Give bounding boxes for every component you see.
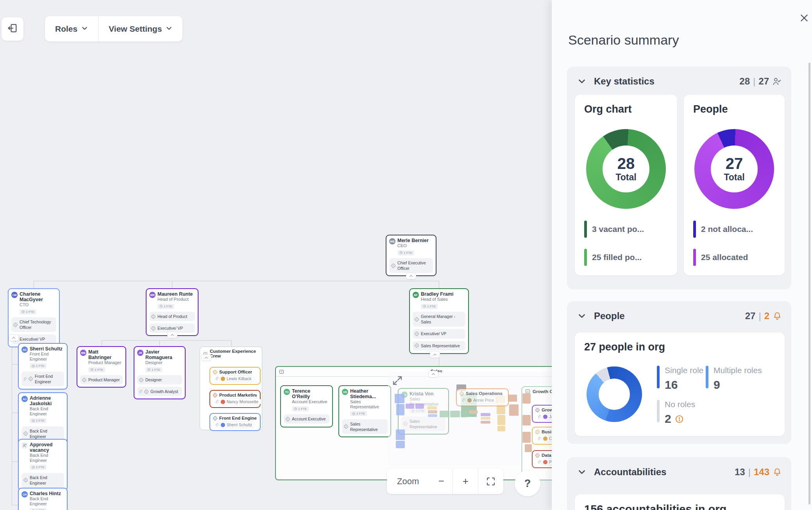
- role-diamond-icon: [144, 389, 149, 394]
- accountabilities-section-header[interactable]: Accountabilities 13 | 143: [567, 457, 791, 485]
- person-role-subtitle: Back End Engineer: [30, 406, 64, 416]
- org-design-app: Customer Experience Crew Sales Growth Cr…: [0, 0, 812, 510]
- role-chip-label: Sales Representative: [421, 343, 460, 348]
- role-chip-label: Sales Representative: [350, 421, 385, 432]
- collapse-chevron-button[interactable]: [201, 354, 211, 361]
- person-name: Charles Hintz: [30, 491, 64, 496]
- close-panel-button[interactable]: [798, 12, 810, 24]
- role-chip[interactable]: Sales Representative: [342, 419, 388, 434]
- roles-menu-button[interactable]: Roles: [45, 16, 98, 41]
- role-chip[interactable]: Sales Representative: [413, 341, 465, 350]
- section-label: Key statistics: [594, 76, 655, 87]
- person-card-adrienne[interactable]: AJ Adrienne Jaskolski Back End Engineer …: [18, 392, 68, 444]
- legend-row: 25 allocated: [693, 249, 785, 266]
- paperclip-icon: [537, 415, 541, 418]
- collapse-chevron-button[interactable]: [430, 351, 440, 358]
- help-button[interactable]: ?: [515, 470, 540, 496]
- view-settings-menu-button[interactable]: View Settings: [98, 16, 182, 41]
- person-name: Sherri Schultz: [30, 346, 64, 352]
- preview-block: [497, 426, 505, 431]
- role-chip[interactable]: Executive/ VP: [413, 329, 465, 338]
- role-diamond-icon: [535, 408, 540, 413]
- assigned-person-pill[interactable]: Lewis Kilback: [220, 375, 254, 382]
- person-role-subtitle: Head of Product: [157, 297, 193, 302]
- collapse-chevron-button[interactable]: [9, 334, 19, 341]
- role-chip-label: Head of Product: [157, 314, 187, 319]
- person-name: Matt Bahringer: [88, 349, 123, 360]
- person-card-charles[interactable]: CH Charles Hintz Back End Engineer 1 FTE…: [18, 488, 68, 510]
- role-diamond-icon: [151, 314, 156, 319]
- fte-badge: 1 FTE: [145, 367, 162, 372]
- zoom-controls: Zoom − +: [387, 469, 503, 494]
- collapse-chevron-button[interactable]: [428, 371, 438, 377]
- section-counts: 13 | 143: [735, 467, 782, 478]
- role-card-cec-fee[interactable]: Front End Engineer Sherri Schultz: [209, 413, 261, 431]
- role-card-title: Support Officer: [219, 370, 252, 374]
- panel-title: Scenario summary: [568, 32, 679, 48]
- role-diamond-icon: [535, 429, 540, 435]
- zoom-in-button[interactable]: +: [453, 469, 478, 494]
- chevron-down-icon: [81, 24, 88, 34]
- person-name: Bradley Frami: [421, 291, 453, 297]
- paperclip-icon: [215, 423, 218, 427]
- role-card-marketing[interactable]: Product Marketing Nancy Morissette: [209, 390, 261, 408]
- person-card-javier[interactable]: JR Javier Romaguera Designer 1 FTE Desig…: [134, 346, 186, 399]
- fit-to-screen-button[interactable]: [478, 469, 503, 494]
- assigned-person-pill[interactable]: Nancy Morissette: [220, 399, 261, 405]
- section-label: People: [594, 311, 625, 321]
- chevron-down-icon: [578, 77, 586, 86]
- role-chip[interactable]: Back End Engineer: [21, 473, 64, 488]
- people-section-header[interactable]: People 27 | 2: [567, 301, 791, 329]
- role-chip-label: Back End Engineer: [30, 475, 62, 486]
- role-chip-label: Executive/ VP: [20, 336, 45, 342]
- roles-menu-label: Roles: [55, 24, 77, 34]
- expand-preview-icon[interactable]: [392, 375, 403, 388]
- zoom-out-button[interactable]: −: [430, 475, 453, 487]
- connector-line: [12, 364, 18, 365]
- role-diamond-icon: [139, 377, 144, 382]
- role-chip[interactable]: Front End Engineer: [21, 372, 64, 386]
- person-card-maureen[interactable]: MR Maureen Runte Head of Product 1 FTE H…: [146, 288, 199, 336]
- assigned-person-pill[interactable]: Annie Price: [466, 397, 497, 403]
- assigned-person-name: Nancy Morissette: [227, 399, 258, 404]
- fte-badge: 1 FTE: [421, 304, 438, 309]
- collapse-chevron-button[interactable]: [406, 273, 416, 279]
- collapse-sidebar-button[interactable]: [2, 17, 23, 41]
- panel-scrollbar[interactable]: [808, 63, 810, 505]
- single-role-stat: Single role 16: [657, 366, 703, 391]
- role-chip[interactable]: Chief Technology Officer: [11, 317, 56, 332]
- role-chip[interactable]: Head of Product: [149, 312, 195, 321]
- person-card-merle[interactable]: MB Merle Bernier CEO 1 FTE Chief Executi…: [386, 235, 436, 276]
- person-card-heather[interactable]: HS Heather Stiedema... Sales Representat…: [338, 385, 391, 437]
- paperclip-icon: [537, 460, 541, 464]
- connector-line: [231, 340, 232, 347]
- preview-block: [522, 432, 531, 443]
- role-chip-label: Executive/ VP: [421, 331, 446, 336]
- person-card-sherri[interactable]: SS Sherri Schultz Front End Engineer 1 F…: [18, 343, 68, 390]
- zoom-label: Zoom: [387, 476, 430, 487]
- fte-badge: 1 FTE: [30, 363, 47, 368]
- person-card-bradley[interactable]: BF Bradley Frami Head of Sales 1 FTE Gen…: [409, 288, 469, 354]
- key-statistics-header[interactable]: Key statistics 28 | 27: [567, 66, 791, 95]
- role-chip[interactable]: Account Executive: [284, 414, 329, 424]
- person-card-terence[interactable]: TO Terence O'Reilly Account Executive 1 …: [280, 385, 333, 427]
- person-card-vacancy[interactable]: Approved vacancy Back End Engineer 1 FTE…: [18, 439, 68, 491]
- role-chip[interactable]: General Manager - Sales: [413, 312, 465, 327]
- person-role-subtitle: Back End Engineer: [30, 496, 64, 506]
- role-chip-label: Executive/ VP: [157, 325, 183, 331]
- role-chip[interactable]: Chief Executive Officer: [389, 258, 433, 273]
- key-statistics-section: Key statistics 28 | 27 Org chart 28Total…: [567, 66, 791, 289]
- role-card-support[interactable]: Support Officer Lewis Kilback: [209, 367, 261, 385]
- role-chip[interactable]: Product Manager: [80, 375, 123, 384]
- role-chip[interactable]: Growth Analyst: [137, 387, 182, 396]
- person-role-subtitle: Product Manager: [88, 360, 123, 365]
- collapse-chevron-button[interactable]: [167, 332, 177, 338]
- person-role-subtitle: Designer: [145, 360, 182, 365]
- role-chip[interactable]: Designer: [137, 375, 182, 384]
- preview-block: [396, 441, 405, 448]
- connector-line: [102, 340, 102, 346]
- person-name: Javier Romaguera: [145, 349, 182, 360]
- role-card-salesops[interactable]: Sales Operations Annie Price: [456, 388, 509, 406]
- person-card-matt[interactable]: MB Matt Bahringer Product Manager 1 FTE …: [77, 346, 126, 388]
- assigned-person-pill[interactable]: Sherri Schultz: [220, 422, 255, 428]
